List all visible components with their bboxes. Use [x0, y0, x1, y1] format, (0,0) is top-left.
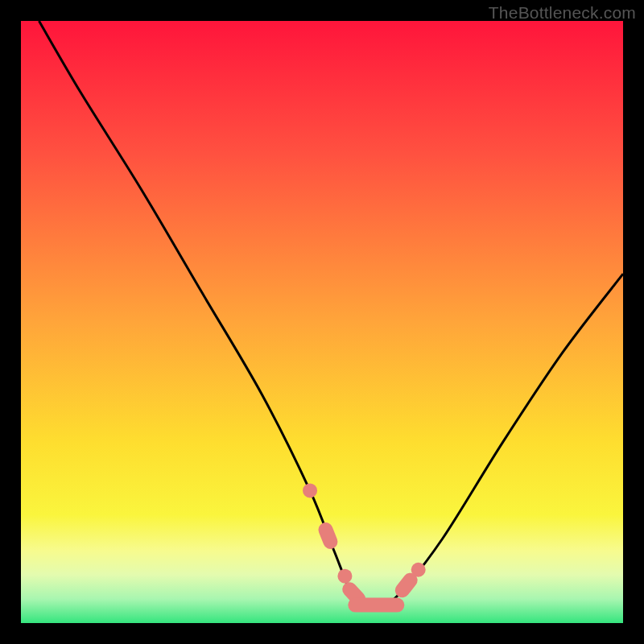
left-mid-dot — [337, 569, 352, 584]
bottom-capsule — [348, 598, 404, 613]
right-dot — [411, 563, 426, 577]
chart-container: TheBottleneck.com — [0, 0, 644, 644]
bottleneck-chart — [0, 0, 644, 644]
left-dot — [303, 483, 317, 497]
watermark-text: TheBottleneck.com — [489, 3, 636, 23]
